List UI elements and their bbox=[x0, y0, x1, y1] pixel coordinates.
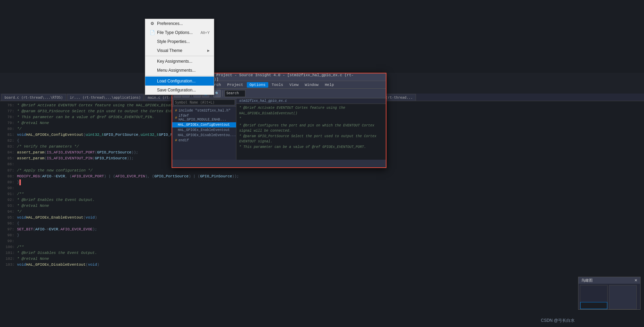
style-properties-label: Style Properties... bbox=[157, 39, 190, 44]
toolbar-search-box[interactable]: Search bbox=[225, 90, 245, 97]
menu-tools[interactable]: Tools bbox=[269, 82, 286, 88]
tab-ir[interactable]: ir... (rt-thread\...\applications) bbox=[67, 94, 144, 101]
symbol-panel: # include "stm32f1xx_hal.h" # ifdef HAL_… bbox=[172, 98, 236, 160]
symbol-include[interactable]: # include "stm32f1xx_hal.h" bbox=[172, 108, 236, 113]
search-label: Search bbox=[226, 91, 239, 95]
content-area: # include "stm32f1xx_hal.h" # ifdef HAL_… bbox=[172, 98, 386, 160]
symbol-enable-eventout[interactable]: HAL_GPIOEx_EnableEventout bbox=[172, 127, 236, 133]
minimap-close-icon[interactable]: ✕ bbox=[634, 278, 637, 283]
theme-icon bbox=[149, 48, 155, 53]
symbol-config-eventout[interactable]: HAL_GPIOEx_ConfigEventout bbox=[172, 122, 236, 127]
key-assignments-label: Key Assignments... bbox=[157, 59, 192, 64]
menu-help[interactable]: Help bbox=[322, 82, 337, 88]
load-icon bbox=[149, 78, 155, 84]
minimap-panel: 鸟瞰图 ✕ bbox=[578, 277, 641, 310]
watermark-text: CSDN @弓长白水 bbox=[541, 318, 575, 323]
menu-project[interactable]: Project bbox=[224, 82, 246, 88]
menu-style-properties[interactable]: Style Properties... bbox=[145, 37, 214, 46]
minimap-view-2 bbox=[609, 285, 637, 309]
save-configuration-label: Save Configuration... bbox=[157, 88, 196, 92]
menu-save-configuration[interactable]: Save Configuration... bbox=[145, 86, 214, 95]
symbol-search-area bbox=[172, 98, 236, 107]
symbol-endif[interactable]: # endif bbox=[172, 138, 236, 143]
watermark: CSDN @弓长白水 bbox=[541, 318, 575, 324]
menu-assign-icon bbox=[149, 68, 155, 73]
file-icon: 📄 bbox=[149, 30, 155, 35]
minimap-view-1 bbox=[580, 285, 608, 309]
menu-menu-assignments[interactable]: Menu Assignments... bbox=[145, 66, 214, 75]
toolbar-separator-3 bbox=[223, 90, 223, 97]
symbol-list: # include "stm32f1xx_hal.h" # ifdef HAL_… bbox=[172, 107, 236, 144]
dropdown-separator-2 bbox=[145, 76, 214, 76]
dropdown-separator-1 bbox=[145, 56, 214, 56]
symbol-disable-eventout[interactable]: HAL_GPIOEx_DisableEventou... bbox=[172, 133, 236, 138]
menu-view[interactable]: View bbox=[287, 82, 301, 88]
save-icon bbox=[149, 87, 155, 93]
menu-preferences[interactable]: ⚙ Preferences... bbox=[145, 19, 214, 28]
minimap-content bbox=[578, 284, 640, 311]
code-content: * @brief Activate EVENTOUT Cortex featur… bbox=[236, 104, 386, 151]
code-panel: stm32f1xx_hal_gpio_ex.c * @brief Activat… bbox=[236, 98, 386, 160]
menu-assignments-label: Menu Assignments... bbox=[157, 68, 195, 73]
background-top bbox=[0, 0, 644, 73]
menu-visual-theme[interactable]: Visual Theme bbox=[145, 46, 214, 55]
menu-window[interactable]: Window bbox=[302, 82, 321, 88]
code-filename: stm32f1xx_hal_gpio_ex.c bbox=[236, 98, 386, 104]
menu-load-configuration[interactable]: Load Configuration... bbox=[145, 77, 214, 86]
minimap-label: 鸟瞰图 bbox=[581, 278, 593, 283]
toolbar-search[interactable]: 🔍 bbox=[213, 90, 221, 97]
symbol-ifdef[interactable]: # ifdef HAL_GPIO_MODULE_ENAB... bbox=[172, 113, 236, 122]
key-icon bbox=[149, 59, 155, 64]
options-dropdown: ⚙ Preferences... 📄 File Type Options... … bbox=[145, 19, 214, 95]
tab-board-c[interactable]: board.c (rt-thread\...\RTOS) bbox=[1, 94, 66, 101]
menu-file-type-options[interactable]: 📄 File Type Options... Alt+Y bbox=[145, 28, 214, 37]
file-type-label: File Type Options... bbox=[157, 30, 193, 35]
menu-options[interactable]: Options bbox=[247, 82, 268, 88]
load-configuration-label: Load Configuration... bbox=[157, 79, 195, 83]
preferences-label: Preferences... bbox=[157, 21, 183, 26]
symbol-search-input[interactable] bbox=[173, 99, 235, 105]
style-icon bbox=[149, 39, 155, 44]
menu-key-assignments[interactable]: Key Assignments... bbox=[145, 57, 214, 66]
minimap-title: 鸟瞰图 ✕ bbox=[578, 277, 640, 284]
gear-icon: ⚙ bbox=[149, 21, 155, 26]
visual-theme-label: Visual Theme bbox=[157, 48, 182, 53]
